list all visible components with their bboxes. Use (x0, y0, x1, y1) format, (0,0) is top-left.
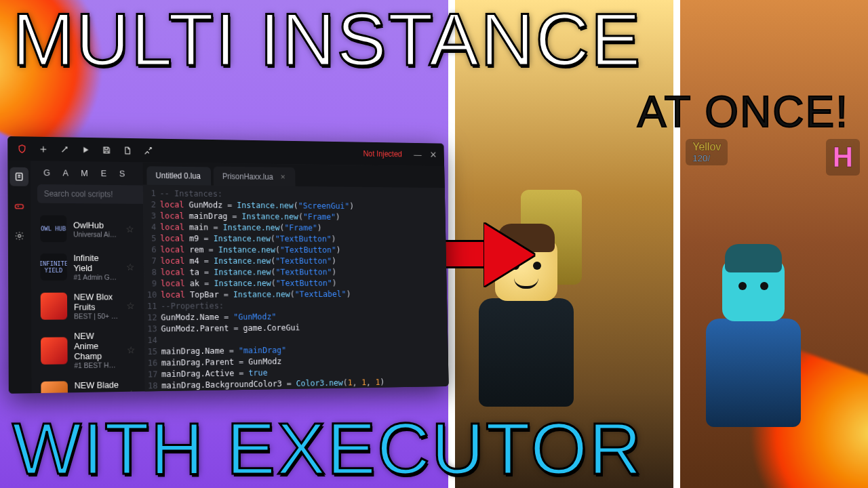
editor-area: Untitled 0.luaPrisonHaxx.lua× 1 2 3 4 5 … (142, 162, 448, 391)
tab-close-icon[interactable]: × (281, 172, 285, 182)
avatar-hair (725, 244, 782, 272)
script-item[interactable]: NEW Blade BallLATEST HUB's☆ (38, 374, 138, 393)
left-rail (7, 161, 31, 394)
rail-games-icon[interactable] (9, 197, 28, 216)
script-thumb (41, 337, 68, 364)
editor-tabs: Untitled 0.luaPrisonHaxx.lua× (142, 162, 444, 188)
close-button[interactable]: × (427, 148, 439, 161)
inject-status: Not Injected (363, 149, 402, 159)
script-item[interactable]: OWL HUBOwlHubUniversal Aimbot/ESP☆ (37, 210, 137, 248)
star-icon[interactable]: ☆ (127, 344, 136, 355)
search-input[interactable] (37, 184, 145, 204)
bottom-text: WITH EXECUTOR (12, 406, 643, 488)
script-item[interactable]: INFINITE YIELDInfinite Yield#1 Admin GUI… (37, 247, 137, 287)
star-icon[interactable]: ☆ (126, 300, 135, 311)
svg-rect-0 (16, 173, 22, 180)
executor-window[interactable]: Not Injected — × G A M E S OWL HUBOwlHub… (7, 136, 449, 394)
run-icon[interactable] (77, 141, 94, 159)
editor-tab[interactable]: PrisonHaxx.lua× (214, 167, 296, 186)
rail-scripts-icon[interactable] (9, 167, 28, 186)
open-file-icon[interactable] (119, 142, 136, 159)
sidebar-title: G A M E S (37, 167, 136, 178)
avatar-robot (686, 259, 821, 427)
rail-settings-icon[interactable] (10, 226, 29, 245)
script-subtitle: #1 Admin GUI, works in a (73, 273, 119, 281)
script-thumb (41, 381, 68, 393)
code-editor[interactable]: 1 2 3 4 5 6 7 8 9 10 11 12 13 14 15 16 1… (143, 185, 449, 392)
separator-2 (673, 0, 680, 488)
tab-label: PrisonHaxx.lua (222, 171, 273, 181)
script-item[interactable]: NEW Anime Champ#1 BEST HUBS☆ (38, 325, 138, 375)
script-name: NEW Blox Fruits (74, 291, 120, 312)
avatar-head (495, 239, 557, 301)
script-name: NEW Anime Champ (74, 331, 120, 361)
inject-icon[interactable] (56, 140, 73, 158)
avatar-head (722, 259, 785, 321)
tab-label: Untitled 0.lua (156, 171, 201, 180)
script-name: NEW Blade Ball (74, 380, 120, 393)
script-name: OwlHub (73, 220, 119, 230)
nametag-hp: 120/ (692, 153, 721, 163)
subhead-at-once: AT ONCE! (637, 87, 849, 137)
script-thumb: OWL HUB (40, 215, 66, 242)
minimize-button[interactable]: — (412, 150, 424, 159)
shield-icon[interactable] (13, 140, 31, 157)
script-subtitle: #1 BEST HUBS (74, 361, 120, 369)
script-subtitle: Universal Aimbot/ESP (73, 230, 119, 238)
avatar-noob (469, 239, 584, 407)
code-content[interactable]: -- Instances: local GunModz = Instance.n… (159, 188, 448, 391)
avatar-body (479, 298, 574, 407)
script-name: Infinite Yield (73, 253, 119, 273)
script-thumb (41, 293, 68, 320)
star-icon[interactable]: ☆ (125, 224, 134, 235)
avatar-smile (514, 278, 538, 289)
script-thumb: INFINITE YIELD (40, 253, 66, 281)
star-icon[interactable]: ☆ (126, 262, 135, 272)
avatar-hair (498, 224, 555, 252)
nametag-yellow: Yellov 120/ (686, 139, 728, 165)
editor-tab[interactable]: Untitled 0.lua (146, 166, 211, 185)
script-list: OWL HUBOwlHubUniversal Aimbot/ESP☆INFINI… (37, 210, 138, 394)
script-subtitle: BEST | 50+ Hubs (74, 312, 120, 320)
svg-rect-1 (15, 205, 23, 209)
svg-point-2 (18, 235, 21, 237)
avatar-body (706, 319, 801, 427)
save-icon[interactable] (98, 141, 115, 159)
nametag-h: H (826, 139, 860, 176)
headline-text: MULTI INSTANCE (12, 0, 642, 82)
script-item[interactable]: NEW Blox FruitsBEST | 50+ Hubs☆ (38, 286, 138, 325)
clear-icon[interactable] (139, 142, 156, 159)
add-icon[interactable] (35, 140, 52, 158)
nametag-name: Yellov (692, 141, 721, 152)
sidebar: G A M E S OWL HUBOwlHubUniversal Aimbot/… (31, 161, 145, 393)
line-gutter: 1 2 3 4 5 6 7 8 9 10 11 12 13 14 15 16 1… (143, 187, 162, 391)
